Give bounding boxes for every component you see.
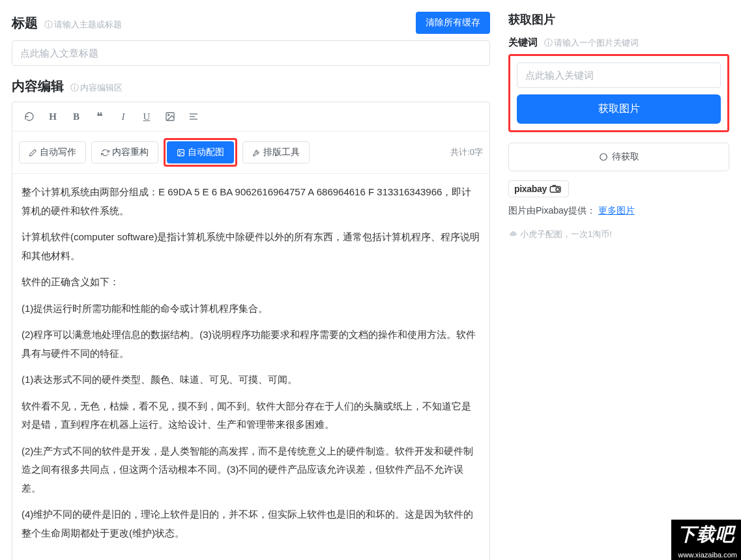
article-title-input[interactable] — [12, 40, 490, 66]
clear-cache-button[interactable]: 清除所有缓存 — [416, 12, 490, 34]
svg-point-6 — [179, 150, 181, 152]
underline-icon[interactable]: U — [136, 107, 157, 126]
cloud-icon — [508, 230, 517, 239]
keyword-hint: ⓘ 请输入一个图片关键词 — [544, 37, 639, 49]
image-icon — [177, 148, 185, 157]
tool-icon — [252, 148, 261, 157]
camera-icon — [549, 184, 563, 193]
cost-tip: 小虎子配图，一次1淘币! — [508, 229, 729, 240]
auto-write-button[interactable]: 自动写作 — [19, 141, 86, 163]
content-section-header: 内容编辑 ⓘ 内容编辑区 — [12, 77, 490, 95]
content-hint-text: 内容编辑区 — [80, 82, 123, 94]
provider-text: 图片由Pixabay提供： — [508, 205, 596, 216]
image-icon[interactable] — [160, 107, 181, 126]
circle-icon — [599, 152, 608, 161]
cost-tip-text: 小虎子配图，一次1淘币! — [520, 229, 612, 240]
pending-status: 待获取 — [508, 143, 729, 171]
keyword-hint-text: 请输入一个图片关键词 — [554, 37, 639, 49]
content-paragraph: 软件的正确含义如下： — [22, 273, 480, 292]
pending-label: 待获取 — [612, 151, 639, 163]
title-hint-text: 请输入主题或标题 — [54, 19, 122, 31]
pixabay-label: pixabay — [514, 184, 547, 194]
undo-icon[interactable] — [19, 107, 40, 126]
editor: H B ❝ I U 自动写作 内容重构 — [12, 102, 490, 560]
restructure-label: 内容重构 — [112, 147, 149, 158]
info-icon: ⓘ — [544, 37, 553, 49]
svg-point-7 — [600, 154, 607, 161]
bold-icon[interactable]: B — [66, 107, 87, 126]
layout-tool-button[interactable]: 排版工具 — [242, 141, 310, 163]
editor-content[interactable]: 整个计算机系统由两部分组成：E 69DA 5 E 6 BA 9062616964… — [12, 174, 489, 560]
auto-image-button[interactable]: 自动配图 — [167, 141, 234, 163]
pixabay-badge: pixabay — [508, 180, 569, 197]
refresh-icon — [101, 148, 109, 157]
watermark: 下载吧 www.xiazaiba.com — [671, 520, 741, 560]
title-hint: ⓘ 请输入主题或标题 — [44, 19, 122, 31]
editor-actions: 自动写作 内容重构 自动配图 排版工具 共计:0字 — [12, 132, 489, 174]
editor-toolbar: H B ❝ I U — [12, 102, 489, 132]
get-image-button[interactable]: 获取图片 — [517, 94, 721, 124]
more-images-link[interactable]: 更多图片 — [598, 205, 635, 216]
svg-point-9 — [556, 188, 559, 191]
content-paragraph: 整个计算机系统由两部分组成：E 69DA 5 E 6 BA 9062616964… — [22, 183, 480, 220]
keyword-input[interactable] — [517, 63, 721, 88]
auto-write-label: 自动写作 — [40, 147, 76, 158]
italic-icon[interactable]: I — [113, 107, 134, 126]
quote-icon[interactable]: ❝ — [89, 107, 110, 126]
provider-line: 图片由Pixabay提供： 更多图片 — [508, 205, 729, 217]
auto-image-highlight: 自动配图 — [164, 138, 237, 167]
title-section-header: 标题 ⓘ 请输入主题或标题 清除所有缓存 — [12, 12, 490, 34]
pencil-icon — [29, 148, 37, 157]
auto-image-label: 自动配图 — [188, 147, 224, 158]
image-panel-highlight: 获取图片 — [508, 54, 729, 132]
sidebar: 获取图片 关键词 ⓘ 请输入一个图片关键词 获取图片 待获取 pixabay 图… — [502, 0, 741, 560]
align-left-icon[interactable] — [183, 107, 204, 126]
image-panel-title: 获取图片 — [508, 12, 729, 27]
content-paragraph: (4)维护不同的硬件是旧的，理论上软件是旧的，并不坏，但实际上软件也是旧的和坏的… — [22, 505, 480, 542]
content-paragraph: 软件看不见，无色，枯燥，看不见，摸不到，闻不到。软件大部分存在于人们的头脑或纸上… — [22, 397, 480, 434]
info-icon: ⓘ — [44, 19, 53, 31]
heading-icon[interactable]: H — [42, 107, 63, 126]
watermark-text: 下载吧 — [671, 520, 741, 550]
content-paragraph: (2)生产方式不同的软件是开发，是人类智能的高发挥，而不是传统意义上的硬件制造。… — [22, 442, 480, 498]
restructure-button[interactable]: 内容重构 — [91, 141, 158, 163]
info-icon: ⓘ — [70, 82, 79, 94]
watermark-url: www.xiazaiba.com — [671, 550, 741, 560]
content-paragraph: (1)表达形式不同的硬件类型、颜色、味道、可见、可摸、可闻。 — [22, 371, 480, 389]
content-label: 内容编辑 — [12, 79, 64, 93]
word-count: 共计:0字 — [450, 147, 483, 158]
main-column: 标题 ⓘ 请输入主题或标题 清除所有缓存 内容编辑 ⓘ 内容编辑区 — [0, 0, 502, 560]
content-paragraph: 计算机软件(computer software)是指计算机系统中除硬件以外的所有… — [22, 228, 480, 265]
layout-tool-label: 排版工具 — [263, 147, 300, 158]
svg-point-1 — [168, 115, 169, 116]
content-paragraph: (2)程序可以满意地处理信息的数据结构。(3)说明程序功能要求和程序需要的文档的… — [22, 326, 480, 363]
content-paragraph: (1)提供运行时所需功能和性能的命令或计算机程序集合。 — [22, 300, 480, 318]
content-hint: ⓘ 内容编辑区 — [70, 82, 123, 94]
title-label: 标题 — [12, 16, 38, 30]
keyword-label: 关键词 — [508, 36, 538, 48]
